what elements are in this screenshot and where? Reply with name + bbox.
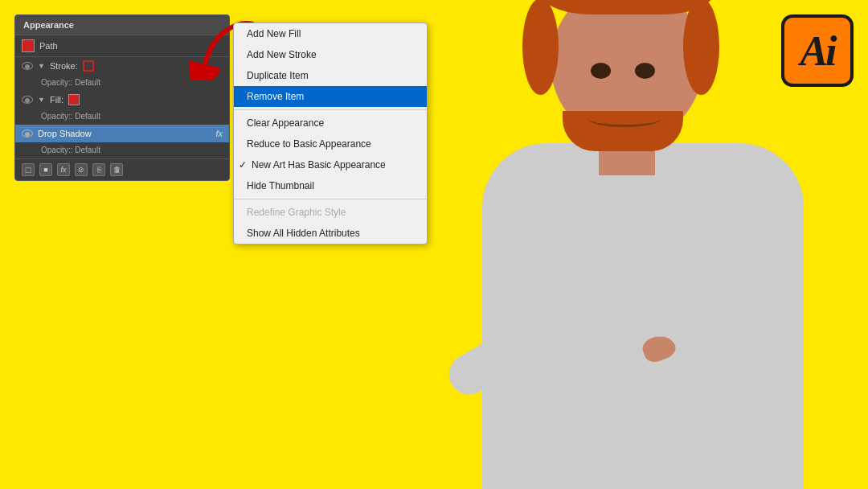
opacity-shadow-row: Opacity:: Default	[15, 142, 229, 158]
copy-btn[interactable]: ⎘	[92, 163, 105, 176]
stroke-swatch[interactable]	[83, 60, 94, 72]
menu-divider-2	[234, 199, 427, 199]
drop-shadow-row[interactable]: Drop Shadow fx	[15, 125, 229, 142]
panel-footer: □ ■ fx ⊘ ⎘ 🗑	[15, 158, 229, 180]
fill-btn[interactable]: ■	[39, 163, 52, 176]
fill-row: ▼ Fill:	[15, 91, 229, 109]
chevron-stroke: ▼	[38, 62, 45, 70]
fx-label: fx	[215, 129, 223, 138]
eye-icon-shadow[interactable]	[22, 129, 33, 138]
menu-item-clear[interactable]: Clear Appearance	[234, 113, 427, 134]
menu-item-add-stroke[interactable]: Add New Stroke	[234, 44, 427, 65]
delete-btn[interactable]: 🗑	[110, 163, 123, 176]
opacity-label-1: Opacity:: Default	[41, 78, 100, 87]
menu-item-new-art[interactable]: ✓ New Art Has Basic Appearance	[234, 154, 427, 175]
fill-label: Fill:	[50, 95, 63, 105]
path-color-swatch	[22, 39, 35, 52]
no-btn[interactable]: ⊘	[75, 163, 88, 176]
menu-item-redefine: Redefine Graphic Style	[234, 202, 427, 223]
ai-logo: Ai	[781, 14, 854, 87]
ai-logo-text: Ai	[800, 27, 834, 75]
drop-shadow-label: Drop Shadow	[38, 129, 211, 138]
menu-item-duplicate[interactable]: Duplicate Item	[234, 65, 427, 86]
menu-item-hide-thumb[interactable]: Hide Thumbnail	[234, 175, 427, 196]
menu-item-reduce[interactable]: Reduce to Basic Appearance	[234, 134, 427, 154]
opacity-label-3: Opacity:: Default	[41, 146, 100, 154]
menu-item-add-fill[interactable]: Add New Fill	[234, 23, 427, 44]
fill-swatch[interactable]	[68, 94, 80, 105]
add-new-btn[interactable]: □	[22, 163, 35, 176]
eye-icon-stroke[interactable]	[22, 62, 33, 70]
path-label: Path	[39, 41, 58, 51]
menu-divider-1	[234, 109, 427, 110]
opacity-label-2: Opacity:: Default	[41, 112, 100, 121]
eye-icon-fill[interactable]	[22, 96, 33, 104]
opacity-fill-row: Opacity:: Default	[15, 109, 229, 125]
context-menu: Add New Fill Add New Stroke Duplicate It…	[233, 23, 428, 244]
menu-item-remove[interactable]: Remove Item	[234, 86, 427, 107]
fx-btn[interactable]: fx	[57, 163, 70, 176]
stroke-label: Stroke:	[50, 61, 78, 71]
chevron-fill: ▼	[38, 96, 45, 104]
check-icon: ✓	[239, 159, 252, 171]
menu-item-show-hidden[interactable]: Show All Hidden Attributes	[234, 223, 427, 244]
